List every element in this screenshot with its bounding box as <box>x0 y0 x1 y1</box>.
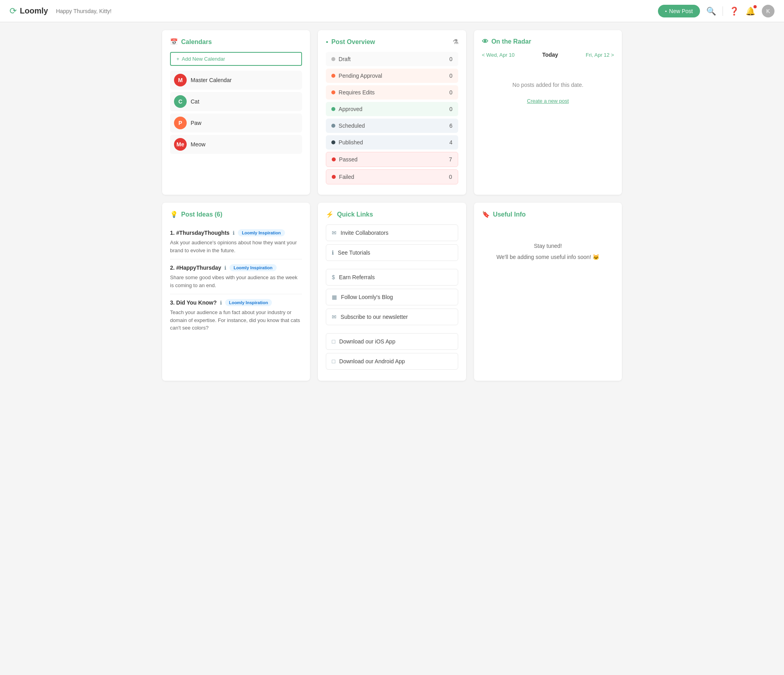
quick-link-subscribe-to-our-newsletter[interactable]: ✉ Subscribe to our newsletter <box>326 309 458 325</box>
row-count-draft: 0 <box>449 56 453 62</box>
header: ⟳ Loomly Happy Thursday, Kitty! ▪ New Po… <box>0 0 784 22</box>
overview-row-approved[interactable]: Approved 0 <box>326 102 458 116</box>
status-dot-approved <box>331 107 335 111</box>
search-icon[interactable]: 🔍 <box>706 6 716 16</box>
overview-rows: Draft 0 Pending Approval 0 Requires Edit… <box>326 52 458 184</box>
quick-link-invite-collaborators[interactable]: ✉ Invite Collaborators <box>326 224 458 241</box>
useful-info-line2: We'll be adding some useful info soon! 🐱 <box>490 251 606 263</box>
quick-link-label: Download our iOS App <box>339 338 396 345</box>
idea-badge: Loomly Inspiration <box>238 229 285 236</box>
quick-link-see-tutorials[interactable]: ℹ See Tutorials <box>326 244 458 261</box>
row-count-requires: 0 <box>449 89 453 96</box>
idea-title: 3. Did You Know? <box>170 299 217 306</box>
logo-text: Loomly <box>20 6 48 15</box>
quick-link-icon: □ <box>332 358 335 364</box>
useful-info-line1: Stay tuned! <box>490 240 606 251</box>
quick-link-label: Earn Referrals <box>339 274 375 280</box>
useful-info-icon: 🔖 <box>482 211 490 218</box>
avatar[interactable]: K <box>762 5 774 17</box>
ideas-icon: 💡 <box>170 211 178 218</box>
radar-next-link[interactable]: Fri, Apr 12 > <box>586 52 614 58</box>
row-label-passed: Passed <box>339 156 358 163</box>
overview-row-failed[interactable]: Failed 0 <box>326 169 458 184</box>
quick-link-label: Subscribe to our newsletter <box>340 314 408 320</box>
calendar-avatar: P <box>174 117 187 129</box>
notification-badge <box>753 5 757 8</box>
on-the-radar-card: 👁 On the Radar < Wed, Apr 10 Today Fri, … <box>474 30 622 195</box>
useful-info-title: 🔖 Useful Info <box>482 211 614 218</box>
row-label-pending: Pending Approval <box>338 73 382 79</box>
calendar-icon: 📅 <box>170 38 178 46</box>
post-overview-title-row: ▪ Post Overview ⚗ <box>326 38 458 46</box>
new-post-button[interactable]: ▪ New Post <box>658 5 700 17</box>
quick-link-download-our-ios-app[interactable]: □ Download our iOS App <box>326 333 458 350</box>
filter-icon[interactable]: ⚗ <box>453 38 458 46</box>
calendar-name: Paw <box>191 120 201 126</box>
post-idea-item: 2. #HappyThursday ℹ Loomly Inspiration S… <box>170 259 302 294</box>
radar-icon: 👁 <box>482 38 488 45</box>
quick-link-label: See Tutorials <box>338 249 370 256</box>
calendars-title: 📅 Calendars <box>170 38 302 46</box>
quick-links-list: ✉ Invite Collaborators ℹ See Tutorials $… <box>326 224 458 370</box>
calendar-avatar: Me <box>174 138 187 151</box>
quick-link-separator <box>326 328 458 333</box>
radar-prev-link[interactable]: < Wed, Apr 10 <box>482 52 515 58</box>
idea-badge: Loomly Inspiration <box>225 299 272 306</box>
notifications-icon[interactable]: 🔔 <box>746 6 755 16</box>
quick-links-card: ⚡ Quick Links ✉ Invite Collaborators ℹ S… <box>318 203 466 381</box>
calendar-item[interactable]: M Master Calendar <box>170 71 302 90</box>
status-dot-published <box>331 140 335 144</box>
quick-links-icon: ⚡ <box>326 211 334 218</box>
add-calendar-button[interactable]: + Add New Calendar <box>170 52 302 66</box>
overview-row-passed[interactable]: Passed 7 <box>326 152 458 167</box>
quick-link-separator <box>326 264 458 269</box>
useful-info-content: Stay tuned! We'll be adding some useful … <box>482 224 614 278</box>
row-count-approved: 0 <box>449 106 453 112</box>
quick-link-icon: ▦ <box>332 294 337 300</box>
radar-create-link[interactable]: Create a new post <box>482 98 614 104</box>
quick-link-earn-referrals[interactable]: $ Earn Referrals <box>326 269 458 286</box>
radar-today-label: Today <box>542 52 558 58</box>
radar-navigation: < Wed, Apr 10 Today Fri, Apr 12 > <box>482 52 614 58</box>
row-count-pending: 0 <box>449 73 453 79</box>
overview-row-scheduled[interactable]: Scheduled 6 <box>326 119 458 133</box>
calendar-avatar: M <box>174 74 187 86</box>
idea-info-icon[interactable]: ℹ <box>233 230 235 236</box>
calendars-card: 📅 Calendars + Add New Calendar M Master … <box>162 30 310 195</box>
idea-info-icon[interactable]: ℹ <box>220 300 222 306</box>
calendar-item[interactable]: Me Meow <box>170 135 302 154</box>
post-overview-card: ▪ Post Overview ⚗ Draft 0 Pending Approv… <box>318 30 466 195</box>
row-label-draft: Draft <box>338 56 350 62</box>
quick-link-download-our-android-app[interactable]: □ Download our Android App <box>326 353 458 370</box>
quick-link-icon: ✉ <box>332 314 337 320</box>
row-label-requires: Requires Edits <box>338 89 375 96</box>
row-count-failed: 0 <box>449 174 452 180</box>
calendar-name: Cat <box>191 98 199 105</box>
calendar-name: Meow <box>191 141 205 148</box>
post-idea-item: 3. Did You Know? ℹ Loomly Inspiration Te… <box>170 294 302 337</box>
quick-links-title: ⚡ Quick Links <box>326 211 458 218</box>
row-label-scheduled: Scheduled <box>338 123 365 129</box>
new-post-icon: ▪ <box>665 8 667 14</box>
overview-row-published[interactable]: Published 4 <box>326 135 458 150</box>
status-dot-requires <box>331 90 335 94</box>
ideas-list: 1. #ThursdayThoughts ℹ Loomly Inspiratio… <box>170 224 302 337</box>
new-post-label: New Post <box>669 8 693 14</box>
radar-empty-message: No posts added for this date. <box>482 64 614 98</box>
overview-row-draft[interactable]: Draft 0 <box>326 52 458 66</box>
idea-title: 2. #HappyThursday <box>170 265 221 271</box>
overview-row-pending[interactable]: Pending Approval 0 <box>326 69 458 83</box>
row-label-approved: Approved <box>338 106 362 112</box>
calendar-item[interactable]: P Paw <box>170 113 302 132</box>
post-idea-item: 1. #ThursdayThoughts ℹ Loomly Inspiratio… <box>170 224 302 259</box>
overview-row-requires[interactable]: Requires Edits 0 <box>326 85 458 100</box>
status-dot-scheduled <box>331 124 335 128</box>
calendar-avatar: C <box>174 95 187 108</box>
help-icon[interactable]: ❓ <box>729 6 739 16</box>
quick-link-follow-loomly's-blog[interactable]: ▦ Follow Loomly's Blog <box>326 289 458 305</box>
idea-description: Share some good vibes with your audience… <box>170 274 302 289</box>
idea-info-icon[interactable]: ℹ <box>224 265 226 271</box>
calendar-item[interactable]: C Cat <box>170 92 302 111</box>
row-count-passed: 7 <box>449 156 452 163</box>
loomly-logo-icon: ⟳ <box>10 6 17 16</box>
